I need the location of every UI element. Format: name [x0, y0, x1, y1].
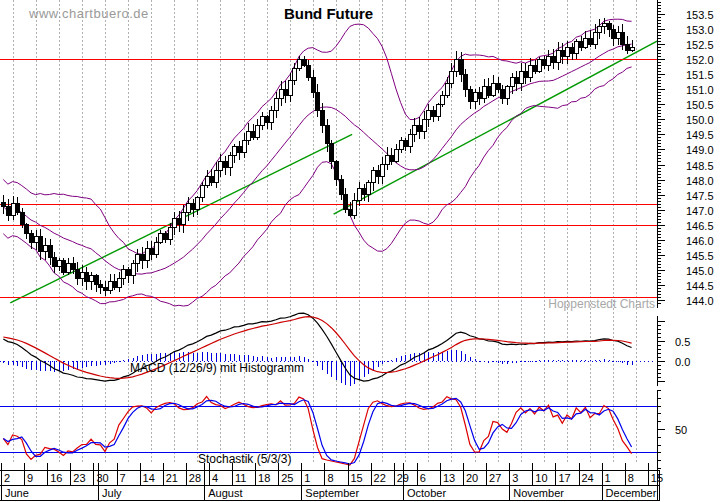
svg-text:17: 17 [558, 472, 570, 484]
svg-text:14: 14 [143, 472, 155, 484]
svg-text:147.5: 147.5 [686, 190, 714, 202]
svg-text:145.5: 145.5 [686, 250, 714, 262]
svg-text:November: November [513, 487, 564, 499]
svg-text:1: 1 [605, 472, 611, 484]
svg-text:September: September [305, 487, 359, 499]
svg-text:2: 2 [4, 472, 10, 484]
macd-panel-label: MACD (12/26/9) mit Histogramm [130, 361, 304, 375]
svg-text:145.0: 145.0 [686, 265, 714, 277]
svg-text:27: 27 [489, 472, 501, 484]
svg-text:7: 7 [120, 472, 126, 484]
chart-canvas: 144.0144.5145.0145.5146.0146.5147.0147.5… [0, 0, 723, 502]
svg-text:146.5: 146.5 [686, 220, 714, 232]
svg-text:148.5: 148.5 [686, 160, 714, 172]
svg-text:150.0: 150.0 [686, 114, 714, 126]
svg-text:11: 11 [235, 472, 246, 484]
svg-text:149.5: 149.5 [686, 129, 714, 141]
svg-text:153.5: 153.5 [686, 9, 714, 21]
svg-text:3: 3 [512, 472, 518, 484]
svg-text:23: 23 [73, 472, 85, 484]
svg-text:0.5: 0.5 [675, 336, 690, 348]
svg-text:21: 21 [166, 472, 178, 484]
svg-text:9: 9 [27, 472, 33, 484]
svg-text:8: 8 [327, 472, 333, 484]
stochastic-panel-label: Stochastik (5/3/3) [198, 452, 291, 466]
svg-text:152.0: 152.0 [686, 54, 714, 66]
svg-text:18: 18 [258, 472, 270, 484]
credit-text: Hoppenstedt Charts [548, 297, 655, 311]
svg-text:152.5: 152.5 [686, 39, 714, 51]
svg-text:July: July [102, 487, 122, 499]
svg-text:15: 15 [651, 472, 663, 484]
svg-text:25: 25 [281, 472, 293, 484]
svg-text:15: 15 [351, 472, 363, 484]
svg-text:153.0: 153.0 [686, 24, 714, 36]
svg-text:30: 30 [96, 472, 108, 484]
svg-text:24: 24 [582, 472, 594, 484]
svg-text:148.0: 148.0 [686, 175, 714, 187]
svg-text:8: 8 [628, 472, 634, 484]
svg-text:4: 4 [212, 472, 218, 484]
svg-text:16: 16 [50, 472, 62, 484]
chart-window: 144.0144.5145.0145.5146.0146.5147.0147.5… [0, 0, 723, 502]
svg-text:August: August [208, 487, 242, 499]
svg-text:22: 22 [374, 472, 386, 484]
svg-text:50: 50 [675, 424, 687, 436]
svg-text:29: 29 [397, 472, 409, 484]
svg-text:151.0: 151.0 [686, 84, 714, 96]
svg-text:144.0: 144.0 [686, 295, 714, 307]
svg-text:150.5: 150.5 [686, 99, 714, 111]
svg-text:1: 1 [304, 472, 310, 484]
svg-text:6: 6 [420, 472, 426, 484]
svg-text:151.5: 151.5 [686, 69, 714, 81]
svg-text:June: June [5, 487, 29, 499]
svg-text:20: 20 [466, 472, 478, 484]
svg-text:13: 13 [443, 472, 455, 484]
page-title: Bund Future [0, 5, 657, 22]
svg-text:28: 28 [189, 472, 201, 484]
svg-text:149.0: 149.0 [686, 144, 714, 156]
svg-text:10: 10 [535, 472, 547, 484]
svg-text:147.0: 147.0 [686, 205, 714, 217]
svg-text:0.0: 0.0 [675, 356, 690, 368]
svg-text:October: October [407, 487, 446, 499]
svg-text:December: December [606, 487, 657, 499]
svg-text:144.5: 144.5 [686, 280, 714, 292]
svg-text:146.0: 146.0 [686, 235, 714, 247]
